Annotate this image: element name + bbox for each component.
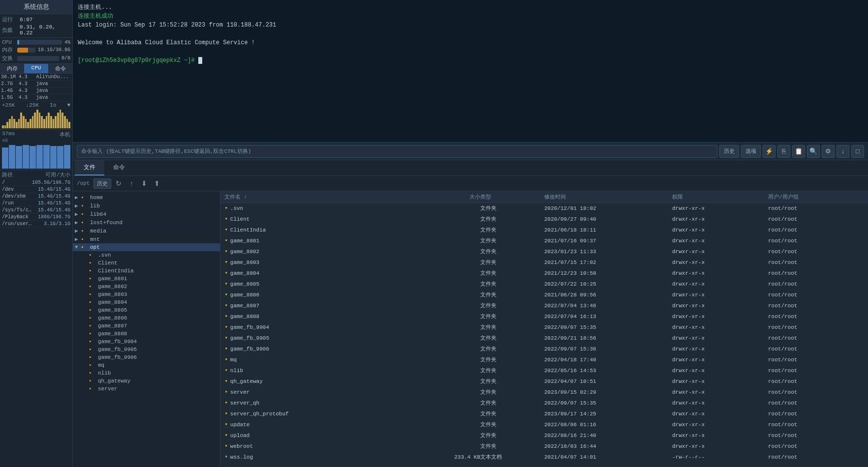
gear-icon-btn[interactable]: ⚙ xyxy=(822,145,835,158)
tree-item[interactable]: ▪game_8808 xyxy=(73,330,220,338)
file-row[interactable]: ▪ game_8802 文件夹 2023/01/23 11:33 drwxr-x… xyxy=(220,246,868,257)
current-path: /opt xyxy=(77,180,90,186)
tree-item[interactable]: ▪game_8804 xyxy=(73,298,220,306)
tree-item[interactable]: ▪qh_gateway xyxy=(73,377,220,385)
file-row[interactable]: ▪ game_8806 文件夹 2021/06/28 09:56 drwxr-x… xyxy=(220,290,868,300)
process-list: 36.1M4.3AliYunDu...2.7G4.3java1.4G4.3jav… xyxy=(0,74,72,101)
io-bar xyxy=(4,125,6,128)
tree-item[interactable]: ▪.svn xyxy=(73,251,220,259)
folder-icon: ▪ xyxy=(89,354,96,360)
file-row[interactable]: ▪ wss.log 233.4 KB 文本文档 2021/04/07 14:01… xyxy=(220,452,868,463)
tree-item[interactable]: ▶▪lib xyxy=(73,202,220,210)
tree-item[interactable]: ▪game_fb_9904 xyxy=(73,338,220,346)
tree-arrow-icon: ▶ xyxy=(75,203,81,209)
lightning-icon-btn[interactable]: ⚡ xyxy=(763,145,775,158)
folder-icon: ▪ xyxy=(89,323,96,329)
col-size-header[interactable]: 大小 xyxy=(416,193,480,201)
file-row[interactable]: ▪ nlib 文件夹 2022/05/16 14:53 drwxr-xr-x r… xyxy=(220,365,868,376)
folder-icon: ▪ xyxy=(81,203,89,209)
file-icon-btn[interactable]: 📋 xyxy=(792,145,805,158)
file-row[interactable]: ▪ game_8808 文件夹 2022/07/04 16:13 drwxr-x… xyxy=(220,311,868,322)
file-type: 文本文档 xyxy=(480,453,544,461)
file-owner: root/root xyxy=(768,335,864,341)
tree-item[interactable]: ▪game_8807 xyxy=(73,322,220,330)
file-row[interactable]: ▪ server_qh_protobuf 文件夹 2023/09/17 14:2… xyxy=(220,409,868,419)
net-bar xyxy=(30,146,36,169)
file-perm: drwxr-xr-x xyxy=(672,314,768,320)
file-row[interactable]: ▪ upload 文件夹 2022/08/16 21:40 drwxr-xr-x… xyxy=(220,430,868,441)
file-row[interactable]: ▪ server 文件夹 2023/09/15 02:29 drwxr-xr-x… xyxy=(220,387,868,398)
tree-item[interactable]: ▪Client xyxy=(73,259,220,267)
file-row[interactable]: ▪ mq 文件夹 2022/04/18 17:40 drwxr-xr-x roo… xyxy=(220,354,868,365)
toolbar-history-btn[interactable]: 历史 xyxy=(93,178,111,189)
file-time: 2021/06/18 18:11 xyxy=(544,227,672,233)
download-icon-btn[interactable]: ↓ xyxy=(837,145,849,158)
file-row[interactable]: ▪ game_fb_9904 文件夹 2022/09/07 15:35 drwx… xyxy=(220,322,868,333)
file-row[interactable]: ▪ game_8803 文件夹 2021/07/15 17:02 drwxr-x… xyxy=(220,257,868,268)
file-row[interactable]: ▪ qh_gateway 文件夹 2022/04/07 10:51 drwxr-… xyxy=(220,376,868,387)
copy-icon-btn[interactable]: ⎘ xyxy=(777,145,790,158)
file-type: 文件夹 xyxy=(480,410,544,417)
file-row[interactable]: ▪ game_fb_9905 文件夹 2022/09/21 18:56 drwx… xyxy=(220,333,868,344)
options-button[interactable]: 选项 xyxy=(741,145,761,158)
tab-files[interactable]: 文件 xyxy=(75,160,104,175)
proc-tab-cmd[interactable]: 命令 xyxy=(48,64,72,73)
window-icon-btn[interactable]: □ xyxy=(851,145,864,158)
file-row[interactable]: ▪ .svn 文件夹 2020/12/01 18:02 drwxr-xr-x r… xyxy=(220,203,868,214)
tree-item[interactable]: ▪game_8805 xyxy=(73,306,220,314)
toolbar-up-icon[interactable]: ↑ xyxy=(126,178,137,189)
col-owner-header[interactable]: 用户/用户组 xyxy=(768,193,864,201)
col-type-header[interactable]: 类型 xyxy=(480,193,544,201)
history-button[interactable]: 历史 xyxy=(719,145,739,158)
tree-item[interactable]: ▶▪lib64 xyxy=(73,210,220,218)
command-bar: 命令输入 (按ALT键提示历史,TAB键路径,ESC键返回,双击CTRL切换) … xyxy=(73,143,868,160)
search-icon-btn[interactable]: 🔍 xyxy=(807,145,820,158)
file-perm: drwxr-xr-x xyxy=(672,227,768,233)
io-bar xyxy=(18,119,20,128)
term-line-5: Welcome to Alibaba Cloud Elastic Compute… xyxy=(78,38,863,47)
io-label: Io xyxy=(50,102,56,108)
tree-item[interactable]: ▪game_8806 xyxy=(73,314,220,322)
file-row[interactable]: ▪ update 文件夹 2022/08/06 01:16 drwxr-xr-x… xyxy=(220,419,868,430)
cmd-input-wrap[interactable]: 命令输入 (按ALT键提示历史,TAB键路径,ESC键返回,双击CTRL切换) xyxy=(77,145,717,158)
file-row[interactable]: ▪ ClientIndia 文件夹 2021/06/18 18:11 drwxr… xyxy=(220,225,868,235)
file-row[interactable]: ▪ Client 文件夹 2020/09/27 09:40 drwxr-xr-x… xyxy=(220,214,868,225)
toolbar-upload-icon[interactable]: ⬆ xyxy=(152,178,162,189)
tree-item[interactable]: ▪nlib xyxy=(73,369,220,377)
tree-item-label: game_8804 xyxy=(98,299,127,305)
tree-item[interactable]: ▪game_8802 xyxy=(73,283,220,291)
tree-item[interactable]: ▼▪opt xyxy=(73,243,220,251)
proc-tab-mem[interactable]: 内存 xyxy=(0,64,24,73)
tree-item[interactable]: ▶▪lost+found xyxy=(73,218,220,227)
col-time-header[interactable]: 修改时间 xyxy=(544,193,672,201)
toolbar-download-icon[interactable]: ⬇ xyxy=(139,178,150,189)
toolbar-refresh-icon[interactable]: ↻ xyxy=(113,178,124,189)
folder-icon: ▪ xyxy=(224,259,228,266)
tree-item[interactable]: ▪game_8801 xyxy=(73,275,220,283)
net-bar xyxy=(64,145,70,169)
file-row[interactable]: ▪ game_8807 文件夹 2022/07/04 13:46 drwxr-x… xyxy=(220,300,868,311)
tree-item[interactable]: ▪ClientIndia xyxy=(73,267,220,275)
tree-item[interactable]: ▪server xyxy=(73,385,220,393)
file-row[interactable]: ▪ game_8804 文件夹 2021/12/23 10:58 drwxr-x… xyxy=(220,268,868,279)
tree-item[interactable]: ▪game_fb_9906 xyxy=(73,353,220,361)
col-perm-header[interactable]: 权限 xyxy=(672,193,768,201)
tree-item[interactable]: ▪game_8803 xyxy=(73,291,220,298)
col-name-header[interactable]: 文件名 ↑ xyxy=(224,193,416,201)
terminal[interactable]: 连接主机... 连接主机成功 Last login: Sun Sep 17 15… xyxy=(73,0,868,143)
tree-item[interactable]: ▶▪mnt xyxy=(73,235,220,243)
tree-item[interactable]: ▶▪media xyxy=(73,227,220,235)
tree-item[interactable]: ▪game_fb_9905 xyxy=(73,346,220,353)
tree-item[interactable]: ▪mq xyxy=(73,361,220,369)
tab-command[interactable]: 命令 xyxy=(104,160,134,175)
proc-tab-cpu[interactable]: CPU xyxy=(24,64,48,73)
file-row[interactable]: ▪ game_fb_9906 文件夹 2022/09/07 15:36 drwx… xyxy=(220,344,868,354)
tree-item[interactable]: ▶▪home xyxy=(73,193,220,202)
disk-avail-header: 可用/大小 xyxy=(45,171,70,178)
folder-icon: ▪ xyxy=(89,370,96,376)
file-row[interactable]: ▪ webroot 文件夹 2022/10/03 16:44 drwxr-xr-… xyxy=(220,441,868,452)
file-row[interactable]: ▪ server_qh 文件夹 2022/09/07 15:35 drwxr-x… xyxy=(220,398,868,409)
term-prompt: [root@iZh5e3vp8g87p0rjgqepkxZ ~]# xyxy=(78,57,198,64)
file-row[interactable]: ▪ game_8805 文件夹 2022/07/22 10:25 drwxr-x… xyxy=(220,279,868,290)
file-row[interactable]: ▪ game_8801 文件夹 2021/07/16 09:37 drwxr-x… xyxy=(220,235,868,246)
